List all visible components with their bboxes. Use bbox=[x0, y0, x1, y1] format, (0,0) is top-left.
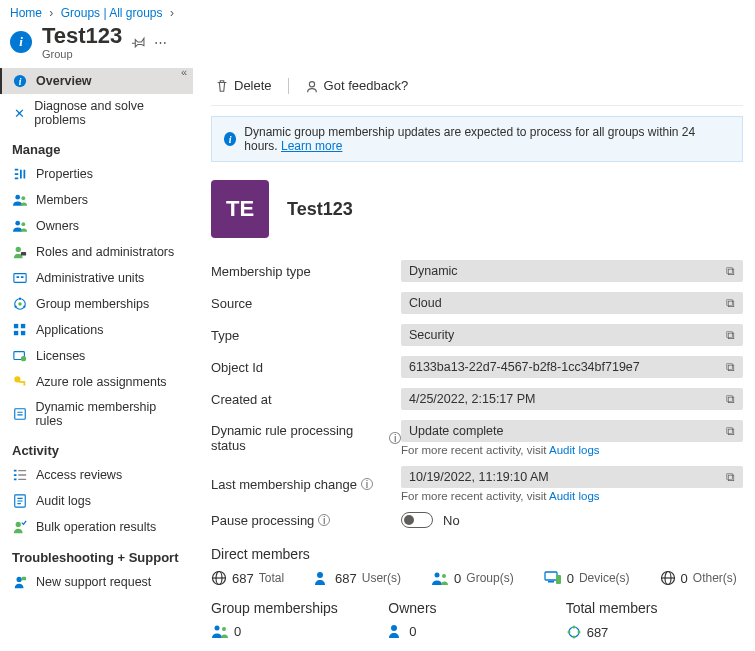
nav-label: Roles and administrators bbox=[36, 245, 174, 259]
copy-icon[interactable]: ⧉ bbox=[726, 296, 735, 310]
stat-owners[interactable]: 0 bbox=[388, 624, 565, 639]
svg-point-30 bbox=[309, 81, 314, 86]
svg-point-48 bbox=[567, 631, 570, 634]
device-icon bbox=[544, 571, 562, 585]
svg-rect-10 bbox=[21, 276, 24, 278]
chevron-icon: › bbox=[49, 6, 53, 20]
sidebar-item-access-reviews[interactable]: Access reviews bbox=[0, 462, 193, 488]
svg-rect-7 bbox=[21, 252, 26, 256]
sidebar-item-azure-roles[interactable]: Azure role assignments bbox=[0, 369, 193, 395]
collapse-icon[interactable]: « bbox=[181, 66, 187, 78]
delete-button[interactable]: Delete bbox=[211, 76, 276, 95]
pin-icon[interactable] bbox=[132, 35, 146, 49]
svg-rect-25 bbox=[14, 409, 25, 420]
audit-logs-link[interactable]: Audit logs bbox=[549, 490, 600, 502]
sidebar-item-dynamic-rules[interactable]: Dynamic membership rules bbox=[0, 395, 193, 433]
svg-point-4 bbox=[15, 221, 20, 226]
copy-icon[interactable]: ⧉ bbox=[726, 328, 735, 342]
total-icon bbox=[566, 624, 582, 640]
copy-icon[interactable]: ⧉ bbox=[726, 470, 735, 484]
sidebar-item-admin-units[interactable]: Administrative units bbox=[0, 265, 193, 291]
sidebar-item-new-request[interactable]: New support request bbox=[0, 569, 193, 595]
group-name: Test123 bbox=[287, 199, 353, 220]
direct-members-title: Direct members bbox=[211, 546, 743, 562]
breadcrumb-home[interactable]: Home bbox=[10, 6, 42, 20]
svg-point-28 bbox=[17, 577, 22, 582]
pause-toggle[interactable] bbox=[401, 512, 433, 528]
sidebar-item-diagnose[interactable]: ✕ Diagnose and solve problems bbox=[0, 94, 193, 132]
sidebar-item-group-memberships[interactable]: Group memberships bbox=[0, 291, 193, 317]
svg-point-3 bbox=[21, 196, 25, 200]
svg-rect-38 bbox=[556, 575, 561, 584]
pause-value: No bbox=[443, 513, 460, 528]
value-created: 4/25/2022, 2:15:17 PM ⧉ bbox=[401, 388, 743, 410]
info-icon: i bbox=[12, 73, 28, 89]
nav-label: Overview bbox=[36, 74, 92, 88]
info-icon[interactable]: i bbox=[361, 478, 373, 490]
sidebar-item-members[interactable]: Members bbox=[0, 187, 193, 213]
sidebar-item-roles[interactable]: Roles and administrators bbox=[0, 239, 193, 265]
nav-label: Access reviews bbox=[36, 468, 122, 482]
stat-groups[interactable]: 0 Group(s) bbox=[431, 570, 514, 586]
group-memberships-title: Group memberships bbox=[211, 600, 388, 616]
copy-icon[interactable]: ⧉ bbox=[726, 264, 735, 278]
page-subtitle: Group bbox=[42, 48, 122, 60]
stat-memberships[interactable]: 0 bbox=[211, 624, 388, 639]
sidebar-item-bulk-results[interactable]: Bulk operation results bbox=[0, 514, 193, 540]
nav-label: Members bbox=[36, 193, 88, 207]
sidebar: « i Overview ✕ Diagnose and solve proble… bbox=[0, 68, 193, 651]
rules-icon bbox=[12, 406, 27, 422]
sidebar-item-applications[interactable]: Applications bbox=[0, 317, 193, 343]
svg-point-21 bbox=[21, 356, 26, 361]
svg-rect-37 bbox=[548, 581, 554, 583]
label-status: Dynamic rule processing status i bbox=[211, 423, 401, 453]
svg-rect-24 bbox=[24, 383, 26, 386]
sidebar-item-owners[interactable]: Owners bbox=[0, 213, 193, 239]
support-icon bbox=[12, 574, 28, 590]
sidebar-item-overview[interactable]: i Overview bbox=[0, 68, 193, 94]
copy-icon[interactable]: ⧉ bbox=[726, 392, 735, 406]
nav-label: Properties bbox=[36, 167, 93, 181]
stat-total-members[interactable]: 687 bbox=[566, 624, 743, 640]
copy-icon[interactable]: ⧉ bbox=[726, 424, 735, 438]
sidebar-item-licenses[interactable]: Licenses bbox=[0, 343, 193, 369]
label-object-id: Object Id bbox=[211, 360, 401, 375]
info-icon[interactable]: i bbox=[318, 514, 330, 526]
learn-more-link[interactable]: Learn more bbox=[281, 139, 342, 153]
more-icon[interactable]: ⋯ bbox=[154, 35, 169, 50]
label-pause: Pause processing i bbox=[211, 513, 401, 528]
svg-point-34 bbox=[435, 572, 440, 577]
admin-units-icon bbox=[12, 270, 28, 286]
stat-users[interactable]: 687 User(s) bbox=[314, 570, 401, 586]
breadcrumb: Home › Groups | All groups › bbox=[0, 0, 755, 22]
copy-icon[interactable]: ⧉ bbox=[726, 360, 735, 374]
direct-members-stats: 687 Total 687 User(s) 0 Group(s) 0 Devic… bbox=[211, 570, 743, 586]
svg-point-6 bbox=[16, 247, 21, 252]
stat-others[interactable]: 0 Other(s) bbox=[660, 570, 737, 586]
wrench-icon: ✕ bbox=[12, 105, 26, 121]
svg-point-42 bbox=[222, 627, 226, 631]
chevron-icon: › bbox=[170, 6, 174, 20]
nav-label: Azure role assignments bbox=[36, 375, 167, 389]
helper-last-change: For more recent activity, visit Audit lo… bbox=[401, 490, 743, 502]
nav-label: Group memberships bbox=[36, 297, 149, 311]
svg-rect-19 bbox=[21, 331, 25, 335]
helper-status: For more recent activity, visit Audit lo… bbox=[401, 444, 743, 456]
audit-logs-link[interactable]: Audit logs bbox=[549, 444, 600, 456]
stat-total[interactable]: 687 Total bbox=[211, 570, 284, 586]
svg-point-13 bbox=[19, 298, 21, 300]
info-icon[interactable]: i bbox=[389, 432, 401, 444]
delete-label: Delete bbox=[234, 78, 272, 93]
info-banner: i Dynamic group membership updates are e… bbox=[211, 116, 743, 162]
breadcrumb-groups[interactable]: Groups | All groups bbox=[61, 6, 163, 20]
svg-point-15 bbox=[14, 306, 16, 308]
nav-label: Licenses bbox=[36, 349, 85, 363]
stat-devices[interactable]: 0 Device(s) bbox=[544, 570, 630, 586]
label-created: Created at bbox=[211, 392, 401, 407]
svg-rect-23 bbox=[19, 381, 25, 383]
feedback-button[interactable]: Got feedback? bbox=[301, 76, 413, 95]
group-icon bbox=[211, 624, 229, 639]
sidebar-item-properties[interactable]: Properties bbox=[0, 161, 193, 187]
sidebar-item-audit-logs[interactable]: Audit logs bbox=[0, 488, 193, 514]
nav-header-manage: Manage bbox=[0, 132, 193, 161]
